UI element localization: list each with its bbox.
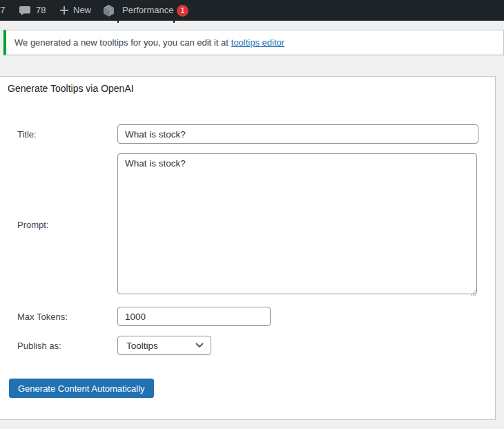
publish-as-select[interactable]: Tooltips xyxy=(117,336,211,355)
performance-badge: 1 xyxy=(177,5,188,17)
max-tokens-label: Max Tokens: xyxy=(17,312,68,322)
comments-count[interactable]: 78 xyxy=(36,0,46,21)
prompt-label: Prompt: xyxy=(17,220,49,230)
clipped-text-artifact xyxy=(173,21,175,23)
admin-bar-clipped-count: 37 xyxy=(0,0,5,21)
plus-icon[interactable] xyxy=(59,6,69,15)
publish-as-selected-value: Tooltips xyxy=(126,341,158,351)
tooltips-editor-link[interactable]: tooltips editor xyxy=(231,37,284,48)
admin-bar: 37 78 New Performance 1 xyxy=(0,0,504,21)
success-notice: We generated a new tooltips for you, you… xyxy=(3,30,504,55)
title-input[interactable] xyxy=(117,124,478,144)
max-tokens-input[interactable] xyxy=(117,307,271,326)
chevron-down-icon xyxy=(195,343,204,348)
performance-cube-icon[interactable] xyxy=(101,3,116,18)
panel-title: Generate Tooltips via OpenAI xyxy=(8,83,134,94)
generate-content-button[interactable]: Generate Content Automatically xyxy=(9,379,154,398)
comments-icon[interactable] xyxy=(19,6,30,16)
admin-bar-new[interactable]: New xyxy=(73,0,91,21)
notice-text: We generated a new tooltips for you, you… xyxy=(14,37,229,48)
prompt-textarea[interactable]: What is stock? xyxy=(117,153,477,294)
title-label: Title: xyxy=(17,129,37,140)
publish-as-label: Publish as: xyxy=(17,341,61,351)
admin-bar-performance[interactable]: Performance xyxy=(122,0,173,21)
clipped-text-artifact xyxy=(117,21,119,23)
